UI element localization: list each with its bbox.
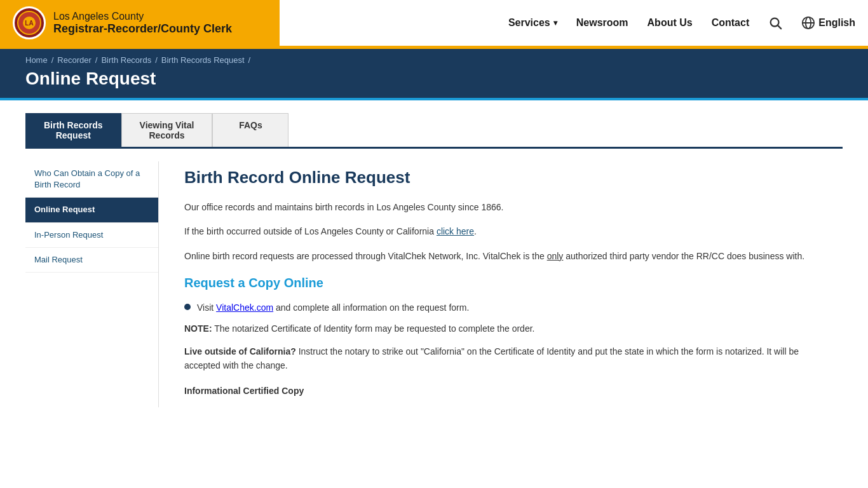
click-here-link[interactable]: click here: [437, 226, 474, 236]
tab-viewing-vital-records[interactable]: Viewing VitalRecords: [121, 113, 213, 147]
main-container: Birth RecordsRequest Viewing VitalRecord…: [0, 100, 868, 420]
sidebar: Who Can Obtain a Copy of a Birth Record …: [25, 161, 159, 407]
breadcrumb-sep-3: /: [155, 55, 158, 65]
logo-area: LA Los Angeles County Registrar-Recorder…: [0, 0, 280, 46]
sub-section-informational: Informational Certified Copy: [184, 386, 817, 396]
globe-icon: [801, 16, 815, 30]
content-title: Birth Record Online Request: [184, 168, 817, 187]
content-area: Who Can Obtain a Copy of a Birth Record …: [25, 161, 843, 407]
para-2-prefix: If the birth occurred outside of Los Ang…: [184, 226, 437, 236]
tab-birth-records-request[interactable]: Birth RecordsRequest: [25, 113, 121, 147]
bullet-item-vitalchek: Visit VitalChek.com and complete all inf…: [184, 301, 817, 315]
note-2: Live outside of California? Instruct the…: [184, 344, 817, 373]
breadcrumb: Home / Recorder / Birth Records / Birth …: [25, 55, 843, 65]
nav-services[interactable]: Services ▾: [508, 17, 557, 29]
site-header: LA Los Angeles County Registrar-Recorder…: [0, 0, 868, 49]
svg-line-6: [778, 25, 781, 29]
breadcrumb-sep-2: /: [95, 55, 98, 65]
tab-bar: Birth RecordsRequest Viewing VitalRecord…: [25, 113, 843, 149]
search-icon: [768, 16, 782, 30]
breadcrumb-birth-records-request[interactable]: Birth Records Request: [161, 55, 245, 65]
nav-newsroom[interactable]: Newsroom: [576, 17, 628, 29]
page-title: Online Request: [25, 69, 843, 89]
para-3-suffix: authorized third party vendor the RR/CC …: [563, 251, 804, 261]
breadcrumb-birth-records[interactable]: Birth Records: [101, 55, 151, 65]
logo-text: Los Angeles County Registrar-Recorder/Co…: [53, 11, 232, 36]
sidebar-item-in-person-request[interactable]: In-Person Request: [25, 223, 158, 248]
para-3-text: Online birth record requests are process…: [184, 251, 547, 261]
breadcrumb-sep-1: /: [51, 55, 54, 65]
chevron-down-icon: ▾: [553, 18, 557, 27]
dept-name: Registrar-Recorder/County Clerk: [53, 22, 232, 36]
note-1: NOTE: The notarized Certificate of Ident…: [184, 322, 817, 336]
only-text: only: [547, 251, 564, 261]
note-1-text: The notarized Certificate of Identity fo…: [212, 323, 535, 334]
breadcrumb-section: Home / Recorder / Birth Records / Birth …: [0, 49, 868, 98]
breadcrumb-home[interactable]: Home: [25, 55, 48, 65]
nav-about-us[interactable]: About Us: [648, 17, 693, 29]
sidebar-item-online-request[interactable]: Online Request: [25, 198, 158, 222]
breadcrumb-recorder[interactable]: Recorder: [57, 55, 91, 65]
language-selector[interactable]: English: [801, 16, 855, 30]
svg-text:LA: LA: [25, 20, 33, 27]
vitalchek-link[interactable]: VitalChek.com: [216, 302, 273, 313]
search-button[interactable]: [768, 16, 782, 30]
bullet-dot: [184, 304, 191, 310]
sidebar-item-who-can-obtain[interactable]: Who Can Obtain a Copy of a Birth Record: [25, 161, 158, 198]
main-content: Birth Record Online Request Our office r…: [159, 161, 843, 407]
note-2-strong: Live outside of California?: [184, 346, 296, 356]
county-name: Los Angeles County: [53, 11, 232, 22]
note-1-strong: NOTE:: [184, 323, 212, 334]
para-2: If the birth occurred outside of Los Ang…: [184, 224, 817, 238]
para-3: Online birth record requests are process…: [184, 249, 817, 263]
tab-faqs[interactable]: FAQs: [212, 113, 288, 147]
para-2-suffix: .: [474, 226, 477, 236]
bullet-text: Visit VitalChek.com and complete all inf…: [197, 301, 469, 315]
section-title-copy-online: Request a Copy Online: [184, 276, 817, 290]
para-1: Our office records and maintains birth r…: [184, 200, 817, 214]
sidebar-item-mail-request[interactable]: Mail Request: [25, 248, 158, 273]
breadcrumb-sep-4: /: [248, 55, 251, 65]
county-seal: LA: [13, 6, 46, 39]
nav-contact[interactable]: Contact: [712, 17, 750, 29]
main-nav: Services ▾ Newsroom About Us Contact: [280, 0, 868, 46]
